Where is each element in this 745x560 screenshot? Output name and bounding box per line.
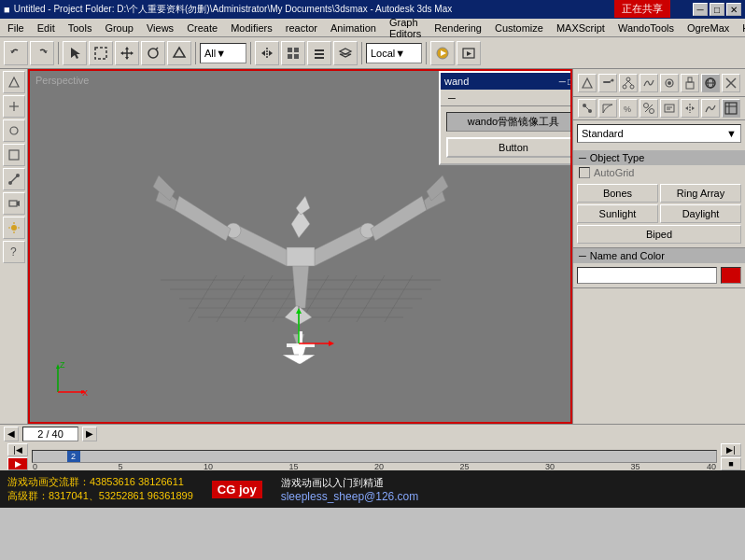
color-picker-box[interactable] [721, 267, 741, 284]
svg-line-94 [625, 81, 628, 85]
array-button[interactable] [281, 41, 305, 65]
menu-maxscript[interactable]: MAXScript [551, 21, 611, 35]
minimize-button[interactable]: ─ [693, 3, 708, 16]
svg-rect-17 [294, 54, 299, 59]
go-end-button[interactable]: ▶| [721, 443, 741, 456]
hierarchy-tab[interactable] [619, 74, 638, 92]
lt-scale-button[interactable] [3, 144, 25, 166]
layers-button[interactable] [333, 41, 358, 65]
svg-point-91 [626, 77, 630, 81]
schematic-view-button[interactable] [722, 99, 740, 118]
lt-light-button[interactable] [3, 217, 25, 239]
sunlight-button[interactable]: Sunlight [577, 204, 658, 223]
standard-dropdown[interactable]: Standard ▼ [577, 124, 741, 143]
dialog-maximize[interactable]: □ [568, 77, 572, 87]
lt-create-button[interactable] [3, 71, 25, 93]
viewport[interactable]: Perspective [28, 69, 572, 424]
lt-rotate-button[interactable] [3, 119, 25, 142]
menu-tools[interactable]: Tools [63, 21, 98, 35]
create-tab[interactable] [578, 74, 597, 92]
menu-edit[interactable]: Edit [32, 21, 61, 35]
menu-customize[interactable]: Customize [489, 21, 549, 35]
redo-button[interactable] [30, 41, 54, 65]
angle-snap-button[interactable] [598, 99, 617, 118]
select-region-button[interactable] [89, 41, 113, 65]
utilities-tab[interactable] [681, 74, 699, 92]
spinner-snap-button[interactable] [640, 99, 658, 118]
quick-render-button[interactable] [430, 41, 455, 65]
reference-coord-dropdown[interactable]: Local ▼ [366, 43, 422, 63]
autogrid-checkbox[interactable] [579, 167, 590, 178]
float-dialog: wand ─ □ ✕ ─ wando骨骼镜像工具 Button [439, 71, 572, 165]
menu-rendering[interactable]: Rendering [429, 21, 487, 35]
undo-button[interactable] [4, 41, 28, 65]
right-panel: % Standard ▼ [572, 69, 745, 424]
select-move-button[interactable] [115, 41, 139, 65]
dialog-menu-item[interactable]: ─ [444, 92, 459, 104]
sharing-badge: 正在共享 [614, 0, 670, 18]
display-tab[interactable] [660, 74, 679, 92]
mirror-button[interactable] [255, 41, 279, 65]
close-button[interactable]: ✕ [726, 3, 741, 16]
menu-group[interactable]: Group [99, 21, 139, 35]
align-button[interactable] [307, 41, 331, 65]
daylight-button[interactable]: Daylight [660, 204, 741, 223]
rotate-button[interactable] [141, 41, 165, 65]
lt-move-button[interactable] [3, 95, 25, 118]
menu-reactor[interactable]: reactor [280, 21, 323, 35]
bones-button[interactable]: Bones [577, 184, 658, 203]
menu-file[interactable]: File [2, 21, 30, 35]
menu-create[interactable]: Create [181, 21, 223, 35]
name-color-section: ─ Name and Color [573, 248, 745, 288]
menu-wandotools[interactable]: WandoTools [612, 21, 680, 35]
stop-button[interactable]: ■ [721, 457, 741, 470]
menu-views[interactable]: Views [141, 21, 179, 35]
timeline-next-button[interactable]: ▶ [82, 427, 97, 441]
menu-modifiers[interactable]: Modifiers [225, 21, 278, 35]
render-scene-button[interactable] [457, 41, 481, 65]
scrubber-track[interactable]: 2 0 5 10 15 20 25 30 35 40 [32, 450, 717, 463]
menu-graph-editors[interactable]: Graph Editors [384, 16, 427, 40]
motion-tab[interactable] [640, 74, 658, 92]
menu-ogremax[interactable]: OgreMax [682, 21, 735, 35]
svg-marker-27 [9, 77, 19, 87]
lt-camera-button[interactable] [3, 192, 25, 215]
svg-marker-87 [583, 78, 592, 88]
object-type-header[interactable]: ─ Object Type [573, 150, 745, 165]
collapse-icon: ─ [579, 152, 586, 163]
dialog-minimize[interactable]: ─ [559, 77, 566, 87]
snap-3d-button[interactable] [578, 99, 597, 118]
name-color-header[interactable]: ─ Name and Color [573, 248, 745, 263]
frame-display[interactable]: 2 / 40 [22, 427, 78, 441]
percent-snap-button[interactable]: % [619, 99, 638, 118]
selection-filter-dropdown[interactable]: All ▼ [200, 43, 246, 63]
float-dialog-title: wand [444, 76, 469, 87]
dialog-button[interactable]: Button [446, 137, 572, 158]
dropdown-arrow: ▼ [216, 48, 226, 59]
menu-help[interactable]: Help [737, 21, 745, 35]
go-start-button[interactable]: |◀ [7, 443, 28, 456]
rt-btn-extra2[interactable] [722, 74, 740, 92]
lt-helper-button[interactable]: ? [3, 241, 25, 263]
svg-marker-12 [261, 50, 265, 56]
select-object-button[interactable] [63, 41, 87, 65]
timeline-prev-button[interactable]: ◀ [4, 427, 19, 441]
menu-animation[interactable]: Animation [325, 21, 382, 35]
biped-button[interactable]: Biped [577, 225, 741, 244]
name-input-field[interactable] [577, 267, 717, 284]
autogrid-label: AutoGrid [594, 167, 634, 178]
play-button[interactable]: ▶ [7, 457, 28, 470]
mirror-tool-button[interactable] [681, 99, 699, 118]
lt-link-button[interactable] [3, 168, 25, 190]
scale-button[interactable] [167, 41, 191, 65]
curve-editor-button[interactable] [701, 99, 720, 118]
ring-array-button[interactable]: Ring Array [660, 184, 741, 203]
rt-btn-extra1[interactable] [701, 74, 720, 92]
svg-rect-118 [725, 103, 737, 114]
svg-text:X: X [82, 388, 88, 398]
reference-coord-value: Local [371, 48, 395, 59]
named-sel-button[interactable] [660, 99, 679, 118]
maximize-button[interactable]: □ [710, 3, 724, 16]
svg-rect-19 [315, 53, 324, 55]
modify-tab[interactable] [598, 74, 617, 92]
